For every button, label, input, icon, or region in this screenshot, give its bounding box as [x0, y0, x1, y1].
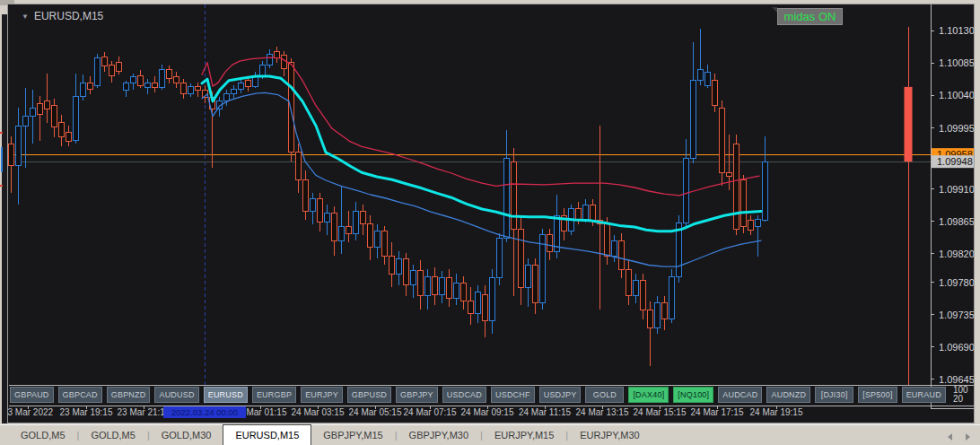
candle-body	[547, 235, 553, 251]
symbol-button-nq100[interactable]: [NQ100]	[673, 387, 713, 403]
indicator-scale-labels: 100 20	[953, 386, 968, 404]
candle-body	[346, 226, 352, 233]
price-axis-label: 1.09645	[939, 374, 975, 385]
symbol-button-gbpaud[interactable]: GBPAUD	[10, 387, 54, 403]
chart-tab-bar: GOLD,M5|GOLD,M5|GOLD,M30EURUSD,M15GBPJPY…	[0, 424, 980, 445]
symbol-button-dax40[interactable]: [DAX40]	[628, 387, 669, 403]
candle-body	[526, 265, 531, 287]
symbol-button-row: GBPAUDGBPCADGBPNZDAUDUSDEURUSDEURGBPEURJ…	[10, 387, 946, 404]
time-axis-label: 24 Mar 03:15	[292, 407, 345, 417]
tab-scroll-right-icon[interactable]	[966, 433, 970, 441]
chart-tab-gold-m5[interactable]: GOLD,M5	[79, 425, 147, 445]
candle-body	[174, 77, 179, 83]
symbol-button-audcad[interactable]: AUDCAD	[718, 387, 762, 403]
time-axis[interactable]: 23 Mar 202223 Mar 19:1523 Mar 21:1524 Ma…	[8, 407, 974, 421]
chart-title-label: EURUSD,M15	[34, 10, 103, 22]
symbol-button-gbpcad[interactable]: GBPCAD	[58, 387, 102, 403]
candle-body	[109, 65, 115, 75]
price-axis-label: 1.09995	[939, 123, 975, 134]
candle-body	[181, 83, 187, 94]
symbol-button-eurjpy[interactable]: EURJPY	[301, 387, 343, 403]
candle-body	[705, 72, 711, 85]
candle-body	[404, 258, 409, 285]
symbol-button-euraud[interactable]: EURAUD	[902, 387, 946, 403]
candle-body	[153, 83, 158, 88]
symbol-button-eurusd[interactable]: EURUSD	[204, 387, 248, 403]
background-chart-fragment	[0, 185, 3, 187]
candle-body	[497, 238, 503, 278]
candle-body	[145, 83, 151, 88]
candle-body	[232, 89, 237, 93]
candle-body	[368, 224, 373, 248]
candle-body	[461, 283, 467, 301]
candle-body	[9, 144, 14, 166]
price-axis-label: 1.10085	[939, 57, 975, 68]
candle-body	[239, 83, 244, 89]
candle-body	[224, 93, 230, 100]
chart-tab-gbpjpy-m30[interactable]: GBPJPY,M30	[398, 425, 480, 445]
candle-body	[59, 123, 65, 136]
symbol-button-audusd[interactable]: AUDUSD	[154, 387, 198, 403]
candle-body	[433, 276, 438, 294]
candle-body	[756, 219, 761, 226]
chart-tab-gold-m5[interactable]: GOLD,M5	[9, 425, 77, 445]
symbol-button-gold[interactable]: GOLD	[585, 387, 624, 403]
candle-body	[45, 100, 50, 109]
candle-body	[440, 278, 445, 294]
price-chart[interactable]: 1.101301.100851.100401.099951.099101.098…	[7, 4, 975, 423]
candle-body	[397, 258, 402, 274]
symbol-button-usdcad[interactable]: USDCAD	[442, 387, 486, 403]
symbol-button-gbpusd[interactable]: GBPUSD	[347, 387, 391, 403]
symbol-button-dji30[interactable]: [DJI30]	[815, 387, 853, 403]
candle-body	[698, 70, 704, 81]
time-axis-label: 24 Mar 11:15	[519, 407, 571, 417]
candle-body	[38, 103, 43, 114]
chart-tab-gbpjpy-m15[interactable]: GBPJPY,M15	[311, 425, 394, 445]
time-axis-label: 24 Mar 05:15	[349, 407, 402, 417]
candle-body	[117, 63, 122, 72]
candle-body	[648, 310, 653, 327]
marker-bar-body	[905, 87, 913, 161]
symbol-button-eurgbp[interactable]: EURGBP	[252, 387, 296, 403]
candle-body	[260, 65, 266, 75]
candle-body	[425, 276, 431, 296]
chevron-down-icon[interactable]: ▼	[22, 13, 29, 21]
candle-body	[246, 81, 251, 86]
candle-body	[88, 83, 93, 89]
chart-tab-gold-m30[interactable]: GOLD,M30	[150, 425, 223, 445]
candle-body	[468, 301, 474, 314]
chart-tab-eurjpy-m30[interactable]: EURJPY,M30	[568, 425, 651, 445]
candle-body	[490, 278, 495, 321]
candle-body	[95, 58, 101, 85]
symbol-button-audnzd[interactable]: AUDNZD	[766, 387, 810, 403]
candle-body	[504, 159, 510, 238]
candle-body	[612, 240, 617, 256]
time-axis-label: 23 Mar 19:15	[60, 407, 113, 417]
candle-body	[361, 211, 366, 223]
candle-body	[591, 205, 596, 221]
tab-scroll-left-icon[interactable]	[948, 433, 952, 441]
chart-symbol-title: ▼ EURUSD,M15	[22, 10, 103, 22]
candle-body	[303, 179, 309, 211]
vline-time-badge: 2022.03.24 00:00	[163, 406, 246, 418]
candle-body	[102, 57, 108, 65]
symbol-button-sp500[interactable]: [SP500]	[858, 387, 897, 403]
chart-tab-eurusd-m15[interactable]: EURUSD,M15	[223, 424, 311, 445]
chart-tab-eurjpy-m15[interactable]: EURJPY,M15	[483, 425, 565, 445]
midas-toggle-button[interactable]: midas ON	[777, 8, 843, 25]
symbol-button-gbpjpy[interactable]: GBPJPY	[396, 387, 438, 403]
candle-body	[447, 278, 452, 298]
candle-body	[662, 303, 668, 319]
candle-body	[23, 117, 29, 126]
time-axis-label: 24 Mar 07:15	[404, 407, 457, 417]
candle-body	[655, 303, 661, 327]
candle-body	[160, 70, 165, 88]
symbol-button-usdjpy[interactable]: USDJPY	[539, 387, 582, 403]
candle-body	[741, 179, 747, 226]
symbol-button-usdchf[interactable]: USDCHF	[491, 387, 535, 403]
price-axis-label: 1.09910	[939, 184, 975, 195]
background-chart-fragment	[0, 132, 3, 134]
candle-body	[196, 87, 201, 90]
symbol-button-gbpnzd[interactable]: GBPNZD	[107, 387, 151, 403]
time-axis-label: 23 Mar 21:15	[118, 407, 171, 417]
